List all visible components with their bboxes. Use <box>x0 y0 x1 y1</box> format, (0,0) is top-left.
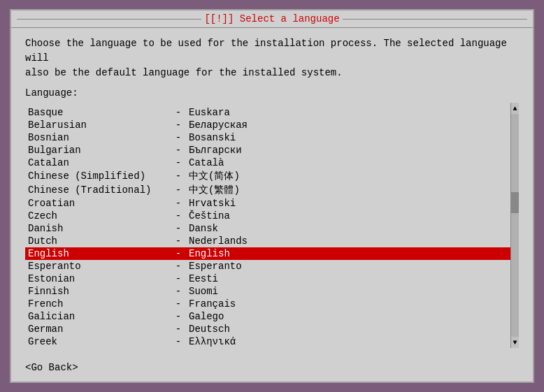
language-name: Greek <box>28 336 168 347</box>
language-row[interactable]: English-English <box>25 247 510 260</box>
language-row[interactable]: French-Français <box>25 298 510 310</box>
footer: <Go Back> <box>11 356 533 382</box>
language-dash: - <box>168 273 189 284</box>
language-row[interactable]: Greek-Ελληνικά <box>25 335 510 348</box>
language-native: Ελληνικά <box>189 336 236 347</box>
language-dash: - <box>168 198 189 209</box>
language-dash: - <box>168 210 189 222</box>
language-row[interactable]: German-Deutsch <box>25 323 510 335</box>
language-dash: - <box>168 184 189 196</box>
language-dash: - <box>168 336 189 347</box>
language-dash: - <box>168 157 189 168</box>
language-row[interactable]: Catalan-Català <box>25 157 510 169</box>
language-dash: - <box>168 145 189 156</box>
language-dash: - <box>168 248 189 259</box>
scroll-up-button[interactable]: ▲ <box>511 103 520 114</box>
language-row[interactable]: Esperanto-Esperanto <box>25 260 510 273</box>
language-dash: - <box>168 311 189 322</box>
language-native: Català <box>189 157 224 168</box>
language-native: Suomi <box>189 286 218 297</box>
language-name: French <box>28 298 168 310</box>
language-row[interactable]: Chinese (Simplified)-中文(简体) <box>25 169 510 183</box>
language-row[interactable]: Finnish-Suomi <box>25 285 510 298</box>
description-text: Choose the language to be used for the i… <box>25 36 519 80</box>
language-label: Language: <box>25 87 519 99</box>
language-row[interactable]: Bulgarian-Български <box>25 144 510 157</box>
language-native: Français <box>189 298 236 310</box>
scroll-thumb <box>511 192 520 213</box>
language-native: Български <box>189 145 242 156</box>
language-dash: - <box>168 223 189 234</box>
language-native: Беларуская <box>189 119 248 131</box>
language-native: Bosanski <box>189 132 236 143</box>
go-back-button[interactable]: <Go Back> <box>25 362 78 373</box>
language-row[interactable]: Danish-Dansk <box>25 222 510 235</box>
language-row[interactable]: Czech-Čeština <box>25 210 510 222</box>
window-title: [[!]] Select a language <box>204 13 339 24</box>
language-name: English <box>28 248 168 259</box>
language-native: English <box>189 248 230 259</box>
description-line2: also be the default language for the ins… <box>25 67 343 78</box>
language-name: Chinese (Traditional) <box>28 184 168 196</box>
language-native: Čeština <box>189 210 230 222</box>
language-name: Dutch <box>28 235 168 247</box>
language-row[interactable]: Bosnian-Bosanski <box>25 131 510 144</box>
title-line-left <box>17 19 201 20</box>
scrollbar: ▲ ▼ <box>510 103 519 348</box>
list-container: C-No localizationAlbanian-ShqipArabic-عر… <box>25 103 519 348</box>
language-row[interactable]: Croatian-Hrvatski <box>25 197 510 210</box>
language-row[interactable]: Dutch-Nederlands <box>25 235 510 247</box>
language-name: Czech <box>28 210 168 222</box>
title-line-right <box>343 19 527 20</box>
language-name: Belarusian <box>28 119 168 131</box>
language-name: Asturian <box>28 103 168 106</box>
language-native: Asturianu <box>189 103 242 106</box>
language-native: Hrvatski <box>189 198 236 209</box>
language-name: Galician <box>28 311 168 322</box>
language-dash: - <box>168 235 189 247</box>
language-name: Bulgarian <box>28 145 168 156</box>
language-name: Bosnian <box>28 132 168 143</box>
language-name: Basque <box>28 107 168 118</box>
language-name: Danish <box>28 223 168 234</box>
language-row[interactable]: Chinese (Traditional)-中文(繁體) <box>25 183 510 197</box>
language-native: Euskara <box>189 107 230 118</box>
language-name: Esperanto <box>28 261 168 272</box>
language-native: Galego <box>189 311 224 322</box>
language-name: Catalan <box>28 157 168 168</box>
language-name: Finnish <box>28 286 168 297</box>
language-native: Esperanto <box>189 261 242 272</box>
language-dash: - <box>168 103 189 106</box>
language-dash: - <box>168 261 189 272</box>
content-area: Choose the language to be used for the i… <box>11 28 533 356</box>
language-native: Dansk <box>189 223 218 234</box>
language-name: Estonian <box>28 273 168 284</box>
scroll-track <box>511 114 520 337</box>
language-native: Deutsch <box>189 324 230 335</box>
language-dash: - <box>168 324 189 335</box>
scroll-down-button[interactable]: ▼ <box>511 337 520 348</box>
description-line1: Choose the language to be used for the i… <box>25 38 507 64</box>
language-row[interactable]: Estonian-Eesti <box>25 273 510 285</box>
language-name: German <box>28 324 168 335</box>
language-row[interactable]: Basque-Euskara <box>25 106 510 119</box>
language-dash: - <box>168 119 189 131</box>
language-native: Eesti <box>189 273 218 284</box>
language-dash: - <box>168 132 189 143</box>
language-list[interactable]: C-No localizationAlbanian-ShqipArabic-عر… <box>25 103 510 348</box>
language-native: Nederlands <box>189 235 248 247</box>
language-row[interactable]: Galician-Galego <box>25 310 510 323</box>
language-native: 中文(繁體) <box>189 184 240 196</box>
language-dash: - <box>168 170 189 182</box>
language-native: 中文(简体) <box>189 170 240 182</box>
title-bar: [[!]] Select a language <box>11 10 533 28</box>
language-dash: - <box>168 298 189 310</box>
language-name: Croatian <box>28 198 168 209</box>
main-window: [[!]] Select a language Choose the langu… <box>10 9 534 383</box>
language-name: Chinese (Simplified) <box>28 170 168 182</box>
language-row[interactable]: Belarusian-Беларуская <box>25 119 510 131</box>
language-dash: - <box>168 286 189 297</box>
language-dash: - <box>168 107 189 118</box>
